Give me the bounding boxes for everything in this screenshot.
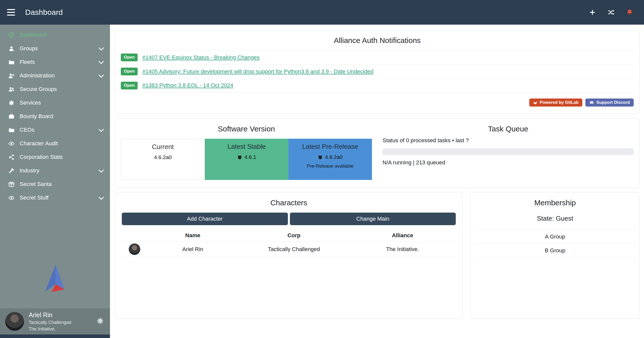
user-alliance: The Initiative. <box>29 326 71 332</box>
sidebar-item-label: Secret Santa <box>20 181 52 187</box>
status-badge: Open <box>121 82 138 89</box>
table-row: Ariel Rin Tactically Challenged The Init… <box>122 242 456 257</box>
briefcase-icon <box>8 113 15 120</box>
user-name: Ariel Rin <box>29 311 71 319</box>
user-corp: Tactically Challenged <box>29 320 71 325</box>
sidebar-item-label: Industry <box>20 167 39 174</box>
version-stable-label: Latest Stable <box>205 143 288 151</box>
sidebar-item-secret-santa[interactable]: Secret Santa <box>0 177 110 191</box>
discord-icon <box>589 100 594 105</box>
users-icon <box>8 86 15 92</box>
check-circle-icon <box>8 32 15 38</box>
column-header-name: Name <box>147 229 239 242</box>
column-header-alliance: Alliance <box>349 229 456 242</box>
change-main-button[interactable]: Change Main <box>290 213 456 225</box>
sidebar-item-bounty-board[interactable]: Bounty Board <box>0 110 110 123</box>
sidebar: Dashboard Groups Fleets Administration S… <box>0 25 110 338</box>
sidebar-item-label: Fleets <box>20 59 35 65</box>
notifications-list: Open #1407 EVE Equinox Status - Breaking… <box>121 50 634 92</box>
software-taskqueue-card: Software Version Current 4.6.2a0 Latest … <box>115 118 639 188</box>
user-panel: Ariel Rin Tactically Challenged The Init… <box>0 308 110 334</box>
sidebar-item-secure-groups[interactable]: Secure Groups <box>0 82 110 96</box>
shuffle-icon[interactable] <box>606 8 616 17</box>
wrench-icon <box>8 167 15 174</box>
sidebar-item-dashboard[interactable]: Dashboard <box>0 28 110 42</box>
sidebar-item-industry[interactable]: Industry <box>0 164 110 177</box>
sidebar-item-services[interactable]: Services <box>0 96 110 110</box>
sidebar-item-administration[interactable]: Administration <box>0 69 110 82</box>
version-current-box: Current 4.6.2a0 <box>121 139 205 180</box>
add-character-button[interactable]: Add Character <box>122 213 288 225</box>
sidebar-item-fleets[interactable]: Fleets <box>0 55 110 69</box>
folder-icon <box>8 127 15 133</box>
prerelease-note: Pre-Release available <box>288 163 372 169</box>
notification-link[interactable]: #1383 Python 3.8 EOL - 14 Oct 2024 <box>142 82 233 89</box>
characters-card: Characters Add Character Change Main Nam… <box>115 192 463 319</box>
sidebar-item-ceos[interactable]: CEOs <box>0 123 110 137</box>
add-icon[interactable] <box>588 8 597 17</box>
sidebar-item-label: Secure Groups <box>20 86 57 92</box>
notification-row: Open #1405 Advisory: Future development … <box>121 64 634 78</box>
menu-toggle-icon[interactable] <box>7 8 17 17</box>
characters-table: Name Corp Alliance Ariel Rin Tactically … <box>122 229 456 257</box>
membership-state: State: Guest <box>475 215 635 222</box>
user-icon <box>8 45 15 52</box>
sidebar-bottom-strip <box>0 334 110 338</box>
list-item: A Group <box>475 229 635 244</box>
column-header-portrait <box>122 229 147 242</box>
sidebar-item-label: Groups <box>20 45 38 52</box>
users-gear-icon <box>8 72 15 79</box>
sidebar-item-label: Administration <box>20 72 55 79</box>
gift-icon <box>8 181 15 187</box>
version-current-value: 4.6.2a0 <box>154 154 172 160</box>
folder-icon <box>8 59 15 65</box>
version-prerelease-label: Latest Pre-Release <box>288 143 372 151</box>
character-corp: Tactically Challenged <box>239 242 349 257</box>
powered-by-gitlab-badge[interactable]: Powered by GitLab <box>529 99 582 107</box>
chevron-down-icon <box>99 45 104 51</box>
notifications-card: Alliance Auth Notifications Open #1407 E… <box>115 30 639 114</box>
eye-icon <box>8 195 15 201</box>
status-badge: Open <box>121 68 138 75</box>
sidebar-item-label: Services <box>20 100 41 106</box>
user-settings-gear-icon[interactable] <box>96 317 104 326</box>
github-icon <box>318 155 323 160</box>
task-queue-summary: N/A running | 213 queued <box>383 159 634 166</box>
column-header-corp: Corp <box>239 229 349 242</box>
notifications-title: Alliance Auth Notifications <box>121 36 634 45</box>
version-prerelease-value: 4.6.2a0 <box>325 154 343 160</box>
notification-link[interactable]: #1407 EVE Equinox Status - Breaking Chan… <box>142 54 259 61</box>
chevron-down-icon <box>99 59 104 64</box>
sidebar-item-character-audit[interactable]: Character Audit <box>0 137 110 150</box>
version-current-label: Current <box>121 143 205 151</box>
list-item: B Group <box>475 244 635 258</box>
github-icon <box>237 155 242 160</box>
task-queue-section: Task Queue Status of 0 processed tasks •… <box>383 119 634 188</box>
character-alliance: The Initiative. <box>349 242 456 257</box>
task-queue-progress-bar <box>383 148 634 155</box>
gitlab-icon <box>533 100 538 105</box>
character-name: Ariel Rin <box>147 242 239 257</box>
status-badge: Open <box>121 54 138 61</box>
top-navbar: Dashboard <box>0 0 644 25</box>
main-content: Alliance Auth Notifications Open #1407 E… <box>110 25 644 338</box>
chevron-down-icon <box>99 167 104 173</box>
notification-link[interactable]: #1405 Advisory: Future development will … <box>142 68 373 75</box>
notifications-bell-icon[interactable] <box>625 8 634 17</box>
sidebar-item-groups[interactable]: Groups <box>0 42 110 55</box>
software-version-section: Software Version Current 4.6.2a0 Latest … <box>121 119 372 188</box>
chevron-down-icon <box>99 195 104 200</box>
sidebar-item-corporation-stats[interactable]: Corporation Stats <box>0 150 110 164</box>
sidebar-item-label: Dashboard <box>20 32 47 38</box>
share-icon <box>8 154 15 160</box>
sidebar-item-secret-stuff[interactable]: Secret Stuff <box>0 191 110 205</box>
support-discord-badge[interactable]: Support Discord <box>585 99 634 107</box>
notification-row: Open #1407 EVE Equinox Status - Breaking… <box>121 50 634 64</box>
chevron-down-icon <box>99 127 104 132</box>
sidebar-nav: Dashboard Groups Fleets Administration S… <box>0 25 110 205</box>
version-prerelease-box: Latest Pre-Release 4.6.2a0 Pre-Release a… <box>288 139 372 180</box>
sidebar-item-label: Secret Stuff <box>20 195 49 201</box>
sidebar-item-label: Corporation Stats <box>20 154 63 160</box>
task-queue-status: Status of 0 processed tasks • last ? <box>383 137 634 144</box>
software-version-title: Software Version <box>121 125 372 133</box>
